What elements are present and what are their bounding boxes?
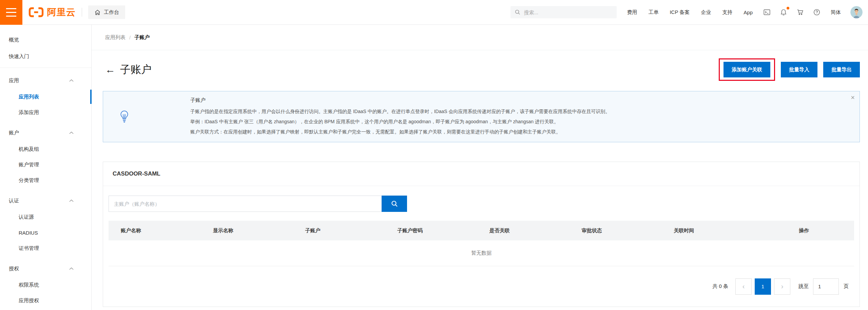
jump-to-page-input[interactable] (813, 278, 839, 295)
table-header-row: 账户名称 显示名称 子账户 子账户密码 是否关联 审批状态 关联时间 操作 (109, 221, 854, 240)
annotation-highlight-box: 添加账户关联 (719, 58, 775, 81)
sidebar-item-overview[interactable]: 概览 (0, 32, 91, 48)
sidebar-item-permission-system[interactable]: 权限系统 (0, 277, 91, 293)
topbar: 阿里云 工作台 费用 工单 ICP 备案 企业 支持 App (0, 0, 868, 25)
empty-state: 暂无数据 (109, 240, 854, 266)
title-row: ← 子账户 添加账户关联 批量导入 批量导出 (92, 50, 868, 81)
col-operations: 操作 (754, 227, 854, 234)
sidebar-item-cert-mgmt[interactable]: 证书管理 (0, 240, 91, 256)
sidebar-section-authorization[interactable]: 授权 (0, 260, 91, 277)
search-icon (515, 9, 521, 15)
menu-item-enterprise[interactable]: 企业 (701, 9, 711, 16)
info-box-line-2: 举例：IDaaS 中有主账户 张三（用户名 zhangsan），在企业的 BPM… (190, 116, 846, 127)
sidebar-item-auth-source[interactable]: 认证源 (0, 209, 91, 225)
sidebar-item-account-mgmt[interactable]: 账户管理 (0, 157, 91, 172)
total-count: 共 0 条 (712, 283, 728, 290)
topbar-menu: 费用 工单 ICP 备案 企业 支持 App (627, 9, 753, 16)
back-arrow-icon[interactable]: ← (105, 65, 115, 75)
topbar-search (510, 6, 617, 18)
col-account-name: 账户名称 (109, 227, 201, 234)
chevron-up-icon (69, 267, 74, 270)
col-approval-status: 审批状态 (570, 227, 662, 234)
terminal-icon[interactable] (763, 8, 771, 16)
breadcrumb: 应用列表 / 子账户 (92, 25, 868, 50)
page-title: 子账户 (120, 62, 152, 77)
sidebar-item-add-app[interactable]: 添加应用 (0, 105, 91, 120)
menu-item-fees[interactable]: 费用 (627, 9, 637, 16)
help-icon[interactable] (813, 8, 821, 16)
aliyun-logo[interactable]: 阿里云 (28, 6, 76, 18)
sub-account-card: CASDOOR-SAML 账户名称 显示名称 子账户 子账户密码 是否关联 (103, 162, 860, 307)
col-link-time: 关联时间 (661, 227, 754, 234)
sidebar: 概览 快速入门 应用 应用列表 添加应用 账户 机构及组 (0, 25, 92, 310)
home-icon (94, 9, 101, 16)
cart-icon[interactable] (796, 8, 804, 16)
brand-name: 阿里云 (47, 6, 76, 18)
action-buttons: 添加账户关联 批量导入 批量导出 (719, 58, 860, 81)
sidebar-item-category-mgmt[interactable]: 分类管理 (0, 172, 91, 188)
user-avatar[interactable] (850, 6, 863, 18)
breadcrumb-app-list[interactable]: 应用列表 (105, 34, 126, 41)
chevron-up-icon (69, 199, 74, 202)
sidebar-item-quickstart[interactable]: 快速入门 (0, 48, 91, 65)
chevron-up-icon (69, 131, 74, 134)
account-search-row (109, 196, 854, 212)
add-account-link-button[interactable]: 添加账户关联 (724, 62, 770, 77)
sidebar-item-org-group[interactable]: 机构及组 (0, 141, 91, 157)
info-box-line-1: 子账户指的是在指定应用系统中，用户会以什么身份进行访问。主账户指的是 IDaaS… (190, 106, 846, 116)
topbar-icons (763, 8, 821, 16)
pagination: 共 0 条 ‹ 1 › 跳至 页 (109, 266, 854, 307)
menu-item-support[interactable]: 支持 (722, 9, 732, 16)
primary-account-search-input[interactable] (109, 196, 382, 212)
sidebar-divider (0, 68, 91, 68)
notification-dot (787, 7, 789, 10)
sidebar-section-account[interactable]: 账户 (0, 124, 91, 141)
topbar-search-input[interactable] (524, 10, 613, 15)
bell-icon[interactable] (780, 8, 787, 16)
col-linked: 是否关联 (477, 227, 570, 234)
info-box: 子账户 子账户指的是在指定应用系统中，用户会以什么身份进行访问。主账户指的是 I… (103, 91, 860, 142)
batch-import-button[interactable]: 批量导入 (781, 62, 817, 77)
main-content: 应用列表 / 子账户 ← 子账户 添加账户关联 批量导入 批量导出 (92, 25, 868, 310)
info-box-title: 子账户 (190, 96, 846, 104)
workbench-button[interactable]: 工作台 (88, 5, 125, 19)
prev-page-button[interactable]: ‹ (735, 278, 752, 295)
lightbulb-icon (119, 110, 129, 123)
search-button[interactable] (382, 196, 407, 212)
sidebar-item-app-list[interactable]: 应用列表 (0, 89, 91, 105)
batch-export-button[interactable]: 批量导出 (823, 62, 860, 77)
col-sub-account-password: 子账户密码 (385, 227, 477, 234)
language-switcher[interactable]: 简体 (831, 9, 841, 16)
page-unit-label: 页 (844, 283, 849, 290)
hamburger-menu-button[interactable] (0, 0, 22, 25)
menu-item-tickets[interactable]: 工单 (648, 9, 658, 16)
app-name-heading: CASDOOR-SAML (103, 162, 860, 186)
sidebar-item-app-authorization[interactable]: 应用授权 (0, 293, 91, 308)
topbar-divider (82, 8, 82, 17)
sidebar-section-authentication[interactable]: 认证 (0, 192, 91, 209)
jump-to-label: 跳至 (798, 283, 809, 290)
col-display-name: 显示名称 (201, 227, 293, 234)
breadcrumb-separator: / (129, 35, 131, 40)
aliyun-logo-icon (28, 7, 44, 17)
menu-item-icp[interactable]: ICP 备案 (670, 9, 690, 16)
sidebar-section-application[interactable]: 应用 (0, 72, 91, 89)
next-page-button[interactable]: › (774, 278, 790, 295)
breadcrumb-current: 子账户 (134, 34, 150, 41)
workbench-label: 工作台 (104, 9, 119, 16)
close-icon[interactable]: × (851, 94, 855, 101)
col-sub-account: 子账户 (293, 227, 385, 234)
chevron-up-icon (69, 79, 74, 82)
sidebar-item-radius[interactable]: RADIUS (0, 225, 91, 240)
page-number-current[interactable]: 1 (755, 278, 771, 295)
active-indicator (90, 90, 92, 104)
info-box-line-3: 账户关联方式：在应用创建时，如果选择了账户映射，即默认主账户和子账户完全一致，无… (190, 127, 846, 137)
menu-item-app[interactable]: App (744, 10, 753, 15)
